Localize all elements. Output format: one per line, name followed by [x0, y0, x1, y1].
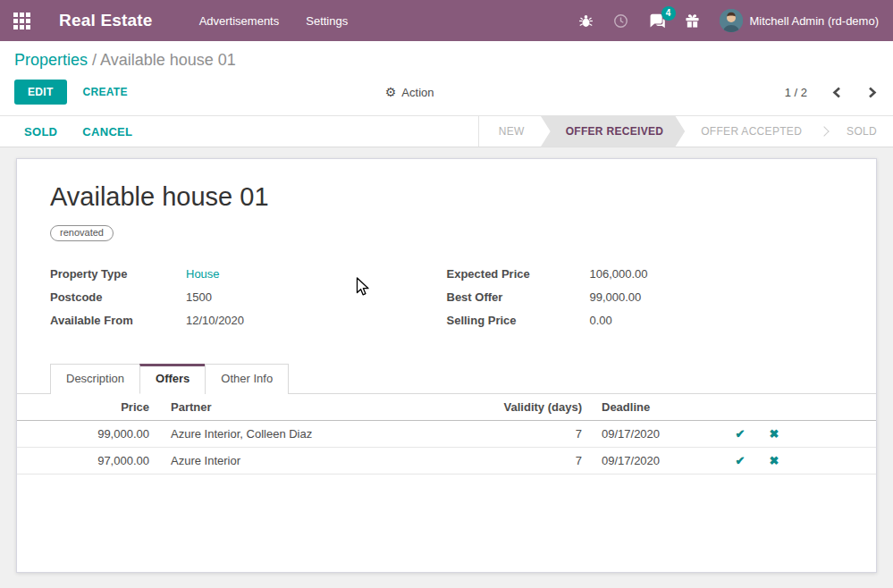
- field-expected-price: Expected Price 106,000.00: [447, 267, 844, 281]
- chevron-right-icon: [868, 87, 877, 98]
- edit-button[interactable]: EDIT: [14, 80, 67, 105]
- gift-icon[interactable]: [685, 13, 700, 29]
- top-navbar: Real Estate Advertisements Settings: [0, 0, 893, 41]
- form-view: Available house 01 renovated Property Ty…: [0, 147, 893, 573]
- notebook-tabs: Description Offers Other Info: [17, 364, 876, 394]
- tab-offers[interactable]: Offers: [139, 364, 206, 394]
- pager-previous-button[interactable]: [830, 85, 843, 100]
- accept-offer-icon[interactable]: ✔: [736, 427, 746, 441]
- field-property-type: Property Type House: [50, 267, 447, 281]
- offer-partner: Azure Interior, Colleen Diaz: [156, 421, 439, 448]
- action-menu-button[interactable]: ⚙ Action: [385, 86, 434, 99]
- form-sheet: Available house 01 renovated Property Ty…: [16, 158, 877, 573]
- field-best-offer: Best Offer 99,000.00: [447, 290, 844, 304]
- offer-row[interactable]: 99,000.00Azure Interior, Colleen Diaz709…: [17, 421, 876, 448]
- pager-value: 1 / 2: [785, 86, 807, 99]
- offer-partner: Azure Interior: [156, 448, 439, 475]
- offer-validity: 7: [439, 448, 589, 475]
- app-title: Real Estate: [59, 11, 153, 30]
- message-count-badge: 4: [661, 6, 676, 21]
- offers-table-header: Price Partner Validity (days) Deadline: [17, 394, 876, 421]
- offer-deadline: 09/17/2020: [589, 421, 723, 448]
- field-available-from: Available From 12/10/2020: [50, 314, 447, 327]
- offer-price: 99,000.00: [17, 421, 156, 448]
- control-panel-buttons: EDIT CREATE ⚙ Action 1 / 2: [14, 80, 879, 105]
- sold-button[interactable]: SOLD: [24, 125, 57, 139]
- offer-price: 97,000.00: [17, 448, 156, 475]
- status-offer-accepted[interactable]: OFFER ACCEPTED: [685, 116, 818, 147]
- control-panel: Properties / Available house 01 EDIT CRE…: [0, 41, 893, 116]
- breadcrumb-current: Available house 01: [100, 51, 236, 69]
- statusbar-buttons: SOLD CANCEL: [0, 116, 132, 147]
- pager: 1 / 2: [785, 85, 879, 100]
- messages-icon[interactable]: 4: [648, 13, 665, 29]
- accept-offer-icon[interactable]: ✔: [736, 454, 746, 467]
- menu-settings[interactable]: Settings: [295, 9, 358, 33]
- property-type-link[interactable]: House: [186, 267, 220, 281]
- tab-other-info[interactable]: Other Info: [205, 364, 289, 394]
- tag-renovated: renovated: [50, 225, 114, 241]
- offer-row[interactable]: 97,000.00Azure Interior709/17/2020✔✖: [17, 448, 876, 475]
- refuse-offer-icon[interactable]: ✖: [770, 454, 779, 467]
- field-groups: Property Type House Postcode 1500 Availa…: [50, 267, 843, 337]
- form-statusbar: SOLD CANCEL NEWOFFER RECEIVEDOFFER ACCEP…: [0, 116, 893, 147]
- tab-description[interactable]: Description: [50, 364, 140, 394]
- breadcrumb-separator: /: [92, 51, 97, 69]
- field-selling-price: Selling Price 0.00: [447, 314, 844, 327]
- systray: 4 Mitchell: [578, 9, 885, 32]
- field-postcode: Postcode 1500: [50, 290, 447, 304]
- status-sold[interactable]: SOLD: [830, 116, 893, 147]
- user-menu[interactable]: Mitchell Admin (rd-demo): [720, 9, 885, 32]
- offer-validity: 7: [439, 421, 589, 448]
- user-name: Mitchell Admin (rd-demo): [750, 14, 880, 28]
- column-validity: Validity (days): [439, 394, 589, 421]
- action-label: Action: [401, 86, 434, 99]
- column-deadline: Deadline: [589, 394, 723, 421]
- gear-icon: ⚙: [385, 86, 397, 98]
- status-pipeline: NEWOFFER RECEIVEDOFFER ACCEPTEDSOLD: [478, 116, 893, 147]
- offer-deadline: 09/17/2020: [589, 448, 723, 475]
- offers-table: Price Partner Validity (days) Deadline 9…: [17, 394, 876, 475]
- status-new[interactable]: NEW: [483, 116, 541, 147]
- pager-next-button[interactable]: [866, 85, 879, 100]
- record-title: Available house 01: [50, 182, 843, 212]
- apps-grid-icon: [13, 13, 30, 29]
- column-partner: Partner: [156, 394, 439, 421]
- user-avatar: [720, 9, 743, 32]
- cancel-button[interactable]: CANCEL: [82, 125, 132, 139]
- column-price: Price: [17, 394, 156, 421]
- breadcrumb: Properties / Available house 01: [14, 51, 879, 70]
- app-menus: Advertisements Settings: [189, 9, 359, 33]
- status-separator-chevron-icon: [819, 126, 829, 136]
- field-group-left: Property Type House Postcode 1500 Availa…: [50, 267, 447, 337]
- status-offer-received[interactable]: OFFER RECEIVED: [541, 116, 686, 147]
- menu-advertisements[interactable]: Advertisements: [189, 9, 291, 33]
- refuse-offer-icon[interactable]: ✖: [770, 427, 779, 441]
- field-group-right: Expected Price 106,000.00 Best Offer 99,…: [447, 267, 844, 337]
- breadcrumb-properties-link[interactable]: Properties: [14, 51, 88, 69]
- chevron-left-icon: [832, 87, 841, 98]
- apps-menu-button[interactable]: [0, 13, 43, 29]
- activities-clock-icon[interactable]: [613, 13, 628, 29]
- debug-bug-icon[interactable]: [578, 13, 594, 29]
- create-button[interactable]: CREATE: [83, 86, 128, 98]
- app-window: Real Estate Advertisements Settings: [0, 0, 893, 588]
